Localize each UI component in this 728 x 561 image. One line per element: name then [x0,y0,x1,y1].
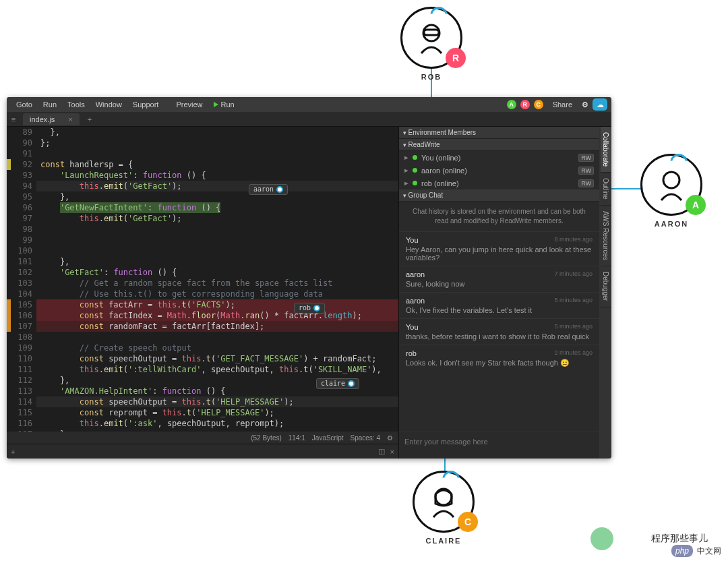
editor-pane: 8990919293949596979899100101102103104105… [7,127,398,459]
code-line[interactable]: const factIndex = Math.floor(Math.ran() … [36,310,398,321]
status-lang[interactable]: JavaScript [312,434,344,442]
tab-index-js[interactable]: index.js× [23,113,80,125]
play-icon [214,102,218,107]
code-line[interactable]: }, [36,429,398,432]
ide-window: Goto Run Tools Window Support Preview Ru… [7,97,611,459]
gear-icon[interactable]: ⚙ [387,434,393,442]
code-line[interactable] [36,148,398,159]
chat-message: aaron5 minutes agoOk, I've fixed the var… [399,292,599,318]
gear-icon[interactable]: ⚙ [582,100,588,109]
avatar-aaron-icon[interactable]: A [507,100,516,109]
callout-name: ROB [400,73,462,81]
line-numbers: 8990919293949596979899100101102103104105… [11,127,36,432]
svg-point-2 [663,172,679,188]
watermark: 程序那些事儿 [651,533,708,545]
code-line[interactable]: // Create speech output [36,343,398,353]
code-line[interactable]: const randomFact = factArr[factIndex]; [36,321,398,332]
code-line[interactable]: // Use this.t() to get corresponding lan… [36,289,398,299]
chat-message: You8 minutes agoHey Aaron, can you jump … [399,231,599,266]
collaborator-cursor-claire: claire [316,378,359,389]
permission-badge[interactable]: RW [578,167,594,175]
collaborator-cursor-rob: rob [294,303,325,314]
code-line[interactable]: 'GetFact': function () { [36,267,398,278]
wechat-icon [590,527,613,550]
section-group-chat[interactable]: Group Chat [399,189,599,202]
share-button[interactable]: Share [547,100,578,109]
code-line[interactable]: // Get a random space fact from the spac… [36,278,398,289]
tab-add-button[interactable]: + [84,115,96,123]
avatar-badge: R [446,48,466,68]
panel-split-icon[interactable]: ◫ [378,447,385,456]
code-line[interactable]: const speechOutput = this.t('HELP_MESSAG… [36,396,398,407]
code-line[interactable]: const factArr = this.t('FACTS'); [36,299,398,310]
chat-info: Chat history is stored on the environmen… [399,202,599,231]
chat-message: rob2 minutes agoLooks ok. I don't see my… [399,345,599,372]
avatar-badge: A [686,195,706,215]
avatar-ring: C [413,471,475,533]
permission-badge[interactable]: RW [578,154,594,162]
code-line[interactable] [36,235,398,245]
code-line[interactable] [36,224,398,235]
callout-rob: R ROB [400,7,462,81]
member-row[interactable]: ▸rob (online)RW [399,177,599,189]
menu-window[interactable]: Window [90,100,127,109]
code-line[interactable]: this.emit('GetFact'); [36,213,398,224]
file-tree-icon[interactable]: ≡ [7,115,20,123]
code-line[interactable]: }, [36,127,398,138]
avatar-rob-icon[interactable]: R [520,100,530,109]
code-line[interactable]: this.emit(':tellWithCard', speechOutput,… [36,364,398,375]
tab-bar: ≡ index.js× + [7,112,611,127]
avatar-claire-icon[interactable]: C [534,100,543,109]
menu-bar: Goto Run Tools Window Support Preview Ru… [7,97,611,112]
code-line[interactable]: const reprompt = this.t('HELP_MESSAGE'); [36,407,398,418]
code-editor[interactable]: 8990919293949596979899100101102103104105… [7,127,398,432]
member-row[interactable]: ▸aaron (online)RW [399,164,599,177]
bottom-add-button[interactable]: + [11,448,15,456]
code-line[interactable]: this.emit('GetFact'); [36,181,398,191]
close-icon[interactable]: × [68,115,72,123]
svg-rect-1 [424,30,439,35]
status-bytes: (52 Bytes) [251,434,282,442]
right-tab-debugger[interactable]: Debugger [601,266,611,307]
menu-run[interactable]: Run [38,100,62,109]
code-line[interactable]: 'LaunchRequest': function () { [36,170,398,181]
code-line[interactable]: this.emit(':ask', speechOutput, reprompt… [36,418,398,429]
collaborator-cursor-aaron: aaron [249,184,288,195]
avatar-badge: C [458,512,478,532]
status-bar: (52 Bytes) 114:1 JavaScript Spaces: 4 ⚙ [7,432,398,444]
right-tab-collaborate[interactable]: Collaborate [601,127,611,173]
avatar-ring: A [640,154,702,216]
right-tab-aws-resources[interactable]: AWS Resources [601,206,611,266]
code-line[interactable]: }, [36,256,398,267]
right-tab-outline[interactable]: Outline [601,173,611,206]
run-button[interactable]: Run [208,100,240,109]
callout-claire: C CLAIRE [413,471,475,545]
code-line[interactable]: }; [36,138,398,148]
svg-point-0 [423,25,439,41]
menu-tools[interactable]: Tools [62,100,90,109]
face-icon [425,483,462,521]
code-line[interactable] [36,332,398,343]
chat-input[interactable]: Enter your message here [399,432,599,459]
callout-aaron: A AARON [640,154,702,228]
member-row[interactable]: ▸You (online)RW [399,151,599,164]
right-tab-strip: CollaborateOutlineAWS ResourcesDebugger [599,127,611,459]
cloud9-icon[interactable]: ☁ [593,98,607,111]
code-line[interactable]: 'GetNewFactIntent': function () { [36,202,398,213]
close-icon[interactable]: × [390,448,394,456]
preview-button[interactable]: Preview [171,100,208,109]
callout-name: CLAIRE [413,537,475,545]
menu-goto[interactable]: Goto [11,100,38,109]
bottom-tab-bar: + ◫ × [7,444,398,459]
code-line[interactable] [36,245,398,256]
avatar-ring: R [400,7,462,69]
chat-message: aaron7 minutes agoSure, looking now [399,266,599,292]
menu-support[interactable]: Support [127,100,164,109]
permission-badge[interactable]: RW [578,179,594,187]
section-members[interactable]: Environment Members [399,127,599,139]
code-line[interactable]: const handlersp = { [36,159,398,170]
code-line[interactable]: }, [36,191,398,202]
status-spaces[interactable]: Spaces: 4 [351,434,380,442]
section-readwrite[interactable]: ReadWrite [399,139,599,151]
code-line[interactable]: const speechOutput = this.t('GET_FACT_ME… [36,353,398,364]
